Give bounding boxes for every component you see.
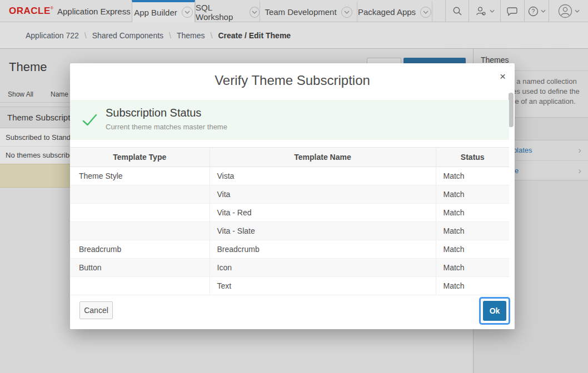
status-heading: Subscription Status xyxy=(106,107,201,119)
ok-button-focus-ring: Ok xyxy=(479,297,510,325)
ok-button[interactable]: Ok xyxy=(483,301,506,321)
cell-template-type: Theme Style xyxy=(70,167,210,185)
cell-template-name: Icon xyxy=(210,259,436,277)
cell-status: Match xyxy=(436,259,509,277)
scrollbar-thumb[interactable] xyxy=(509,93,514,127)
table-row: Button Icon Match xyxy=(70,259,509,277)
verify-theme-subscription-dialog: Verify Theme Subscription × Subscription… xyxy=(70,63,515,329)
column-header: Template Name xyxy=(210,148,436,167)
table-header-row: Template Type Template Name Status xyxy=(70,148,509,167)
check-icon xyxy=(82,113,98,127)
close-icon[interactable]: × xyxy=(500,71,506,82)
cell-template-name: Vita xyxy=(210,185,436,204)
cell-template-name: Text xyxy=(210,277,436,295)
table-row: Text Match xyxy=(70,277,509,295)
cancel-button[interactable]: Cancel xyxy=(79,301,113,319)
cell-template-name: Breadcrumb xyxy=(210,240,436,259)
cell-template-type xyxy=(70,277,210,295)
cell-status: Match xyxy=(436,277,509,295)
cell-template-name: Vita - Slate xyxy=(210,222,436,240)
cell-template-type xyxy=(70,222,210,240)
dialog-footer: Cancel Ok xyxy=(70,296,515,329)
cell-template-name: Vista xyxy=(210,167,436,185)
cell-status: Match xyxy=(436,167,509,185)
table-row: Vita - Red Match xyxy=(70,204,509,222)
cell-status: Match xyxy=(436,185,509,204)
dialog-title: Verify Theme Subscription xyxy=(70,63,515,88)
app-window: ORACLE® Application Express App Builder … xyxy=(0,0,588,373)
cell-status: Match xyxy=(436,204,509,222)
table-row: Vita Match xyxy=(70,185,509,204)
column-header: Status xyxy=(436,148,509,167)
cell-template-type: Breadcrumb xyxy=(70,240,210,259)
cell-template-type xyxy=(70,185,210,204)
table-row: Theme Style Vista Match xyxy=(70,167,509,185)
cell-status: Match xyxy=(436,240,509,259)
table-row: Breadcrumb Breadcrumb Match xyxy=(70,240,509,259)
subscription-status-banner: Subscription Status Current theme matche… xyxy=(70,100,509,140)
verification-table: Template Type Template Name Status Theme… xyxy=(70,147,509,296)
cell-template-type xyxy=(70,204,210,222)
cell-template-type: Button xyxy=(70,259,210,277)
column-header: Template Type xyxy=(70,148,210,167)
cell-template-name: Vita - Red xyxy=(210,204,436,222)
cell-status: Match xyxy=(436,222,509,240)
table-row: Vita - Slate Match xyxy=(70,222,509,240)
status-subtext: Current theme matches master theme xyxy=(106,123,227,131)
